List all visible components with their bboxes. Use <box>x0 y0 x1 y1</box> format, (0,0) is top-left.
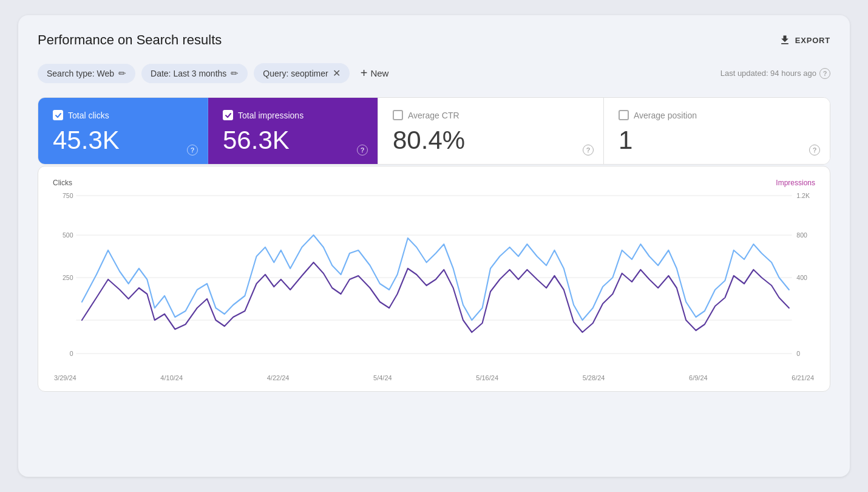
main-card: Performance on Search results EXPORT Sea… <box>18 15 850 477</box>
unchecked-checkbox-icon <box>393 110 403 120</box>
plus-icon: + <box>361 66 368 80</box>
svg-text:1.2K: 1.2K <box>796 192 810 199</box>
export-icon <box>779 34 791 46</box>
last-updated: Last updated: 94 hours ago ? <box>721 68 830 79</box>
x-label: 5/4/24 <box>373 374 392 381</box>
x-label: 4/22/24 <box>267 374 290 381</box>
query-filter[interactable]: Query: seoptimer ✕ <box>254 63 349 83</box>
filters-bar: Search type: Web ✏ Date: Last 3 months ✏… <box>38 63 830 84</box>
left-axis-label: Clicks <box>53 179 72 187</box>
svg-text:800: 800 <box>796 231 807 239</box>
export-button[interactable]: EXPORT <box>779 34 830 46</box>
total-clicks-card[interactable]: Total clicks 45.3K ? <box>38 98 208 164</box>
checked-checkbox-icon <box>53 110 63 120</box>
avg-ctr-card[interactable]: Average CTR 80.4% ? <box>378 98 604 164</box>
avg-position-card[interactable]: Average position 1 ? <box>604 98 830 164</box>
chart-container: Clicks Impressions 750 500 250 0 1.2K 80… <box>38 166 830 392</box>
avg-position-label: Average position <box>619 110 815 120</box>
svg-text:400: 400 <box>796 274 807 281</box>
metrics-row: Total clicks 45.3K ? Total impressions 5… <box>38 97 830 165</box>
help-icon[interactable]: ? <box>357 145 368 155</box>
edit-icon: ✏ <box>118 68 126 79</box>
x-label: 3/29/24 <box>54 374 76 381</box>
page-title: Performance on Search results <box>38 32 222 48</box>
total-impressions-label: Total impressions <box>223 110 363 120</box>
svg-text:500: 500 <box>63 231 73 239</box>
performance-chart: 750 500 250 0 1.2K 800 400 0 <box>53 190 815 372</box>
svg-text:250: 250 <box>63 274 73 281</box>
checked-checkbox-icon <box>223 110 233 120</box>
edit-icon: ✏ <box>231 68 239 79</box>
svg-text:0: 0 <box>70 350 73 357</box>
help-icon[interactable]: ? <box>819 68 830 79</box>
x-label: 6/21/24 <box>792 374 814 381</box>
header: Performance on Search results EXPORT <box>38 32 830 48</box>
help-icon[interactable]: ? <box>187 145 198 155</box>
x-label: 5/16/24 <box>476 374 498 381</box>
right-axis-label: Impressions <box>776 179 815 187</box>
avg-ctr-label: Average CTR <box>393 110 589 120</box>
total-clicks-label: Total clicks <box>53 110 193 120</box>
x-axis-labels: 3/29/24 4/10/24 4/22/24 5/4/24 5/16/24 5… <box>53 374 815 381</box>
new-filter-button[interactable]: + New <box>356 63 394 84</box>
x-label: 5/28/24 <box>583 374 605 381</box>
x-label: 6/9/24 <box>689 374 708 381</box>
x-label: 4/10/24 <box>160 374 183 381</box>
total-clicks-value: 45.3K <box>53 126 193 154</box>
svg-text:0: 0 <box>796 350 800 357</box>
total-impressions-card[interactable]: Total impressions 56.3K ? <box>208 98 378 164</box>
help-icon[interactable]: ? <box>809 145 820 155</box>
date-filter[interactable]: Date: Last 3 months ✏ <box>141 64 248 83</box>
close-icon: ✕ <box>333 67 341 79</box>
unchecked-checkbox-icon <box>619 110 629 120</box>
avg-ctr-value: 80.4% <box>393 126 589 154</box>
total-impressions-value: 56.3K <box>223 126 363 154</box>
search-type-filter[interactable]: Search type: Web ✏ <box>38 64 135 83</box>
axis-labels: Clicks Impressions <box>53 179 815 187</box>
svg-text:750: 750 <box>63 192 73 199</box>
avg-position-value: 1 <box>619 126 815 154</box>
help-icon[interactable]: ? <box>583 145 594 155</box>
